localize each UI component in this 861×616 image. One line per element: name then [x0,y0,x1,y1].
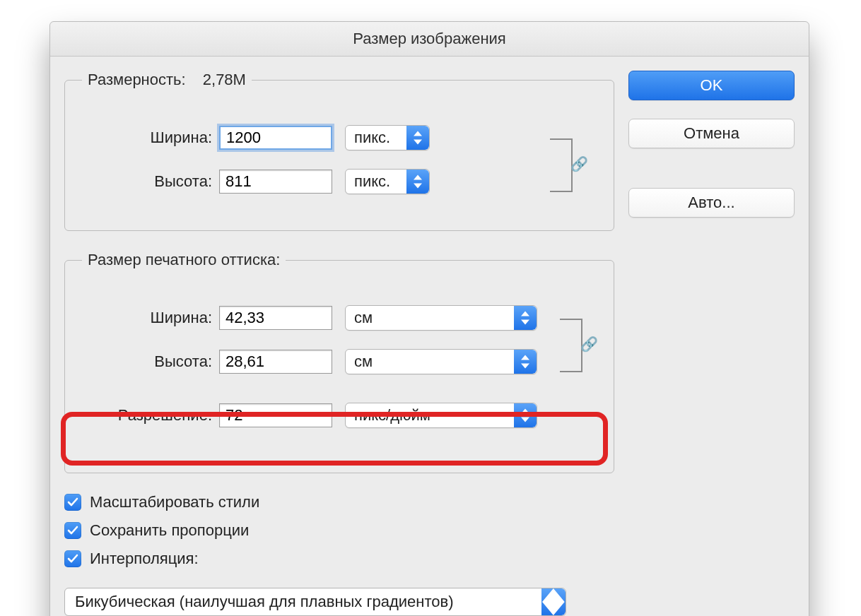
auto-button[interactable]: Авто... [628,188,795,218]
doc-aspect-bracket [560,319,582,372]
doc-width-input[interactable] [219,306,332,330]
px-aspect-bracket [550,138,573,192]
doc-height-label: Высота: [78,353,219,371]
px-width-input[interactable] [219,126,332,150]
scale-styles-row[interactable]: Масштабировать стили [64,493,614,511]
resample-method-select[interactable]: Бикубическая (наилучшая для плавных град… [64,588,566,616]
doc-height-unit-value: см [354,353,373,371]
doc-width-label: Ширина: [78,309,219,327]
constrain-proportions-checkbox[interactable] [64,522,81,539]
check-icon [67,553,78,564]
chain-link-icon: 🔗 [570,155,588,172]
dropdown-arrows-icon [514,306,537,330]
document-size-legend: Размер печатного оттиска: [82,251,286,269]
resample-method-value: Бикубическая (наилучшая для плавных град… [75,593,454,611]
resolution-input[interactable] [219,403,332,427]
pixel-dimensions-legend: Размерность: 2,78M [82,71,252,89]
resolution-unit-value: пикс/дюйм [354,406,430,425]
scale-styles-checkbox[interactable] [64,494,81,511]
resample-label: Интерполяция: [90,550,199,568]
resolution-label: Разрешение: [78,406,219,425]
px-height-input[interactable] [219,170,332,194]
resample-checkbox[interactable] [64,550,81,567]
doc-width-unit-value: см [354,309,373,327]
pixel-dimensions-group: Размерность: 2,78M Ширина: пикс. [64,71,614,231]
dropdown-arrows-icon [514,350,537,374]
dropdown-arrows-icon [541,588,566,615]
constrain-proportions-row[interactable]: Сохранить пропорции [64,521,614,540]
doc-height-unit-select[interactable]: см [345,349,537,374]
px-height-unit-value: пикс. [354,172,390,191]
px-width-label: Ширина: [78,129,219,147]
check-icon [67,497,78,508]
dialog-title: Размер изображения [50,22,809,57]
resolution-unit-select[interactable]: пикс/дюйм [345,403,537,428]
px-height-label: Высота: [78,172,219,191]
constrain-proportions-label: Сохранить пропорции [90,521,249,540]
pixel-dimensions-label: Размерность: [88,71,186,88]
doc-width-unit-select[interactable]: см [345,305,537,331]
check-icon [67,525,78,536]
px-width-unit-value: пикс. [354,129,390,147]
px-height-unit-select[interactable]: пикс. [345,169,430,194]
dropdown-arrows-icon [406,170,429,194]
px-width-unit-select[interactable]: пикс. [345,125,430,150]
resample-row[interactable]: Интерполяция: [64,550,614,568]
cancel-button[interactable]: Отмена [628,119,795,148]
doc-height-input[interactable] [219,350,332,374]
dropdown-arrows-icon [406,126,429,150]
ok-button[interactable]: OK [628,71,795,100]
image-size-dialog: Размер изображения Размерность: 2,78M Ши… [49,21,809,616]
pixel-dimensions-readout: 2,78M [203,71,246,88]
chain-link-icon: 🔗 [580,336,598,353]
document-size-group: Размер печатного оттиска: Ширина: см [64,251,614,473]
scale-styles-label: Масштабировать стили [90,493,259,511]
dropdown-arrows-icon [514,403,537,427]
